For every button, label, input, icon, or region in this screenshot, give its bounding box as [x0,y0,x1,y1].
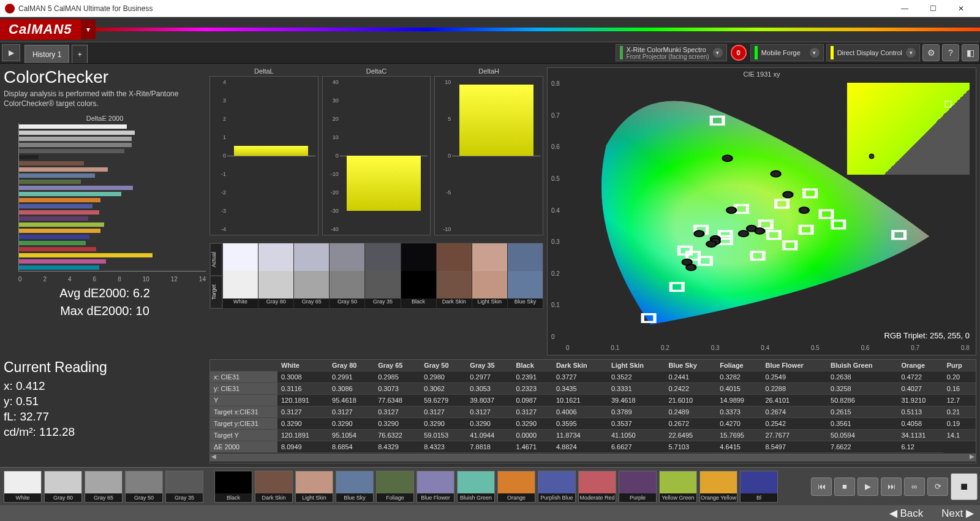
tab-add-button[interactable]: + [72,45,88,63]
footer-swatch[interactable]: Gray 80 [44,471,82,503]
settings-button[interactable]: ⚙ [922,44,940,61]
footer-swatch[interactable]: Blue Flower [417,471,454,503]
footer-swatch[interactable]: Light Skin [295,471,333,503]
table-row: Y120.189195.461877.634859.627939.80370.0… [210,395,976,406]
swatch-column[interactable]: Blue Sky [507,243,543,308]
table-row: y: CIE310.31160.30860.30730.30620.30530.… [210,383,976,395]
cie-title: CIE 1931 xy [550,70,973,78]
swatch-column[interactable]: White [222,243,258,308]
svg-point-35 [869,154,874,159]
swatch-column[interactable]: Gray 50 [329,243,364,308]
data-table-wrap[interactable]: WhiteGray 80Gray 65Gray 50Gray 35BlackDa… [209,359,976,463]
brand-menu-button[interactable]: ▾ [81,20,96,39]
swatch-column[interactable]: Gray 65 [293,243,329,308]
table-header: Black [512,360,552,371]
device-selector[interactable]: Mobile Forge ▾ [750,44,824,61]
footer-swatch[interactable]: Yellow Green [659,471,697,503]
maximize-button[interactable]: ☐ [919,0,947,17]
swatch-column[interactable]: Dark Skin [436,243,472,308]
swatch-column[interactable]: Black [401,243,436,308]
de-bar [19,222,104,227]
reading-row: x: 0.412 [4,379,206,393]
loop-button[interactable]: ∞ [904,477,925,496]
svg-point-30 [723,155,733,161]
refresh-button[interactable]: ⟳ [927,477,948,496]
de-bar [19,253,153,257]
de-bar [19,155,39,159]
tab-label: History 1 [32,50,61,59]
table-header: Gray 80 [328,360,374,371]
de-bar [19,265,99,270]
footer-nav: ◀ Back Next ▶ [0,505,980,521]
footer-swatch[interactable]: Gray 50 [125,471,163,503]
tab-history-1[interactable]: History 1 [24,45,69,63]
footer-swatch[interactable]: Foliage [376,471,414,503]
table-row: x: CIE310.30080.29910.29850.29800.29770.… [210,371,976,383]
help-button[interactable]: ? [942,44,959,61]
close-button[interactable]: ✕ [947,0,975,17]
footer-swatch[interactable]: Gray 35 [165,471,203,503]
panel-toggle-button[interactable]: ◧ [962,44,979,61]
de-bar [19,235,89,239]
footer-swatch[interactable]: Orange Yellow [699,471,737,503]
svg-point-28 [695,230,704,237]
mini-chart-title: DeltaC [322,67,431,75]
swatch-row-target: Target [210,276,222,308]
measure-stop-button[interactable]: ■ [951,473,978,500]
de-bar [19,180,81,184]
table-header: Gray 65 [374,360,420,371]
table-header: Gray 35 [466,360,512,371]
play-button[interactable]: ▶ [858,477,878,496]
window-title: CalMAN 5 CalMAN Ultimate for Business [18,4,891,13]
de-bar [19,216,88,221]
chevron-down-icon: ▾ [810,48,820,58]
swatch-column[interactable]: Light Skin [472,243,507,308]
footer-swatch[interactable]: Gray 65 [85,471,123,503]
next-button[interactable]: Next ▶ [941,507,974,520]
mini-chart: 43210-1-2-3-4 [209,76,318,235]
back-button[interactable]: ◀ Back [889,507,924,520]
table-header: Purp [943,360,976,371]
next-set-button[interactable]: ⏭ [881,477,902,496]
swatch-row-actual: Actual [210,243,222,276]
footer-swatch[interactable]: Purplish Blue [538,471,576,503]
svg-point-26 [726,207,736,213]
device-selector[interactable]: Direct Display Control ▾ [826,44,920,61]
table-header: Blue Flower [761,360,827,371]
footer-swatch[interactable]: Blue Sky [336,471,374,503]
table-header: Dark Skin [552,360,608,371]
svg-point-29 [799,207,809,213]
footer-swatch[interactable]: White [4,471,42,503]
swatch-column[interactable]: Gray 80 [258,243,293,308]
svg-point-33 [783,191,793,197]
svg-point-27 [686,264,696,270]
run-button[interactable]: ▶ [2,44,20,61]
record-button[interactable]: 0 [731,45,747,61]
stop-button[interactable]: ■ [834,477,855,496]
current-reading-panel: Current Reading x: 0.412y: 0.51fL: 32.77… [4,359,206,463]
max-de2000: Max dE2000: 10 [4,304,206,318]
footer-swatch[interactable]: Bluish Green [457,471,495,503]
chevron-down-icon: ▾ [713,48,723,58]
swatch-column[interactable]: Gray 35 [364,243,400,308]
footer-swatch[interactable]: Orange [497,471,535,503]
de-bar [19,241,86,245]
footer-swatch[interactable]: Bl [740,471,778,503]
prev-set-button[interactable]: ⏮ [811,477,832,496]
table-row: Target x:CIE310.31270.31270.31270.31270.… [210,406,976,418]
footer-swatch[interactable]: Purple [619,471,657,503]
de-bar [19,149,124,153]
table-scrollbar[interactable] [210,453,976,462]
page-title: ColorChecker [4,67,206,87]
table-header: Blue Sky [665,360,716,371]
minimize-button[interactable]: — [891,0,919,17]
footer-swatch[interactable]: Moderate Red [578,471,616,503]
footer-swatch[interactable]: Dark Skin [255,471,293,503]
svg-point-24 [739,230,748,237]
device-selector[interactable]: X-Rite ColorMunki SpectroFront Projector… [616,44,727,61]
table-header: White [277,360,328,371]
footer-swatch[interactable]: Black [214,471,252,503]
mini-chart-title: DeltaL [209,67,318,75]
delta-panels: DeltaL 43210-1-2-3-4 DeltaC 403020100-10… [209,67,543,356]
window-titlebar: CalMAN 5 CalMAN Ultimate for Business — … [0,0,980,17]
